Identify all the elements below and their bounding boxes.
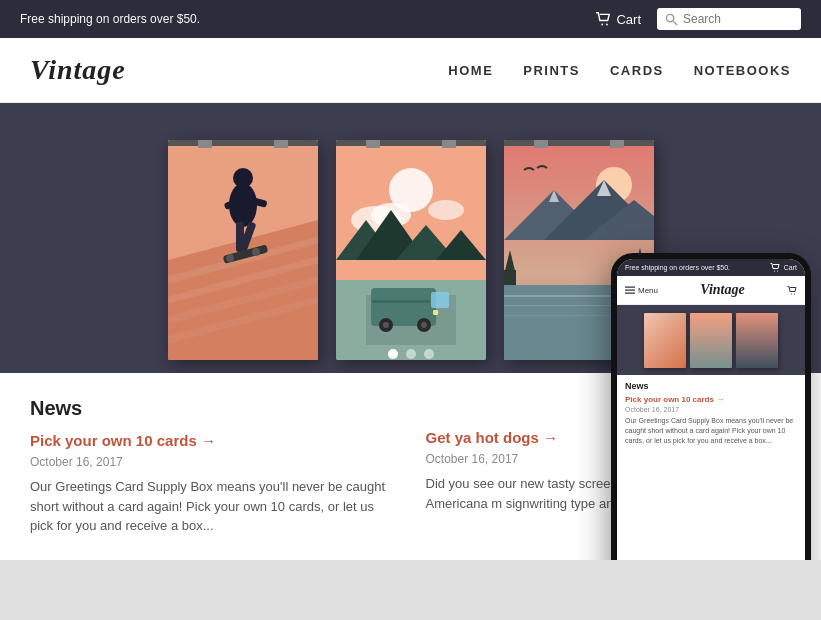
mobile-device: Free shipping on orders over $50. Cart: [611, 253, 811, 560]
svg-point-1: [606, 24, 608, 26]
svg-rect-31: [431, 292, 449, 308]
mobile-cart-icon: [770, 263, 780, 272]
poster-2-art: [336, 140, 486, 360]
mobile-cart-area: Cart: [770, 263, 797, 272]
mobile-news-link[interactable]: Pick your own 10 cards →: [625, 395, 797, 404]
mobile-nav-cart-icon: [787, 286, 797, 295]
svg-rect-37: [433, 310, 438, 315]
clip-left-2: [366, 140, 380, 148]
search-icon: [665, 13, 678, 26]
mobile-news-date: October 16, 2017: [625, 406, 797, 413]
clip-left-1: [198, 140, 212, 148]
svg-point-18: [252, 248, 260, 256]
content-area: News Pick your own 10 cards → October 16…: [0, 373, 821, 560]
news-section-1: News Pick your own 10 cards → October 16…: [30, 397, 396, 536]
site-logo[interactable]: Vintage: [30, 54, 126, 86]
mobile-cart-label: Cart: [784, 264, 797, 271]
cart-icon: [595, 12, 611, 26]
svg-rect-32: [372, 300, 430, 303]
svg-point-54: [777, 270, 778, 271]
poster-1-art: [168, 140, 318, 360]
svg-point-58: [791, 293, 792, 294]
announcement-text: Free shipping on orders over $50.: [20, 12, 200, 26]
cart-label: Cart: [616, 12, 641, 27]
dot-3[interactable]: [424, 349, 434, 359]
nav-cards[interactable]: CARDS: [610, 63, 664, 78]
mobile-poster-3: [736, 313, 778, 368]
svg-point-53: [774, 270, 775, 271]
svg-point-59: [794, 293, 795, 294]
mobile-poster-2: [690, 313, 732, 368]
mobile-topbar: Free shipping on orders over $50. Cart: [617, 259, 805, 276]
svg-point-17: [226, 254, 234, 262]
mobile-nav: Menu Vintage: [617, 276, 805, 305]
main-header: Vintage HOME PRINTS CARDS NOTEBOOKS: [0, 38, 821, 103]
dot-indicators: [388, 349, 434, 359]
mobile-hero: [617, 305, 805, 375]
news-link-1[interactable]: Pick your own 10 cards →: [30, 432, 396, 449]
search-box[interactable]: [657, 8, 801, 30]
poster-1: [168, 140, 318, 360]
mobile-content: News Pick your own 10 cards → October 16…: [617, 375, 805, 560]
nav-notebooks[interactable]: NOTEBOOKS: [694, 63, 791, 78]
hero-images: [168, 116, 654, 360]
svg-point-36: [421, 322, 427, 328]
dot-1[interactable]: [388, 349, 398, 359]
mobile-poster-1: [644, 313, 686, 368]
news-text-1: Our Greetings Card Supply Box means you'…: [30, 477, 396, 536]
clip-right-2: [442, 140, 456, 148]
main-nav: HOME PRINTS CARDS NOTEBOOKS: [448, 63, 791, 78]
mobile-menu-label: Menu: [638, 286, 658, 295]
cart-link[interactable]: Cart: [595, 12, 641, 27]
svg-point-2: [666, 14, 673, 21]
nav-home[interactable]: HOME: [448, 63, 493, 78]
dot-2[interactable]: [406, 349, 416, 359]
page-wrapper: News Pick your own 10 cards → October 16…: [0, 103, 821, 560]
svg-point-34: [383, 322, 389, 328]
mobile-news-text: Our Greetings Card Supply Box means you'…: [625, 416, 797, 445]
mobile-news-heading: News: [625, 381, 797, 391]
poster-2: [336, 140, 486, 360]
search-input[interactable]: [683, 12, 793, 26]
announcement-bar: Free shipping on orders over $50. Cart: [0, 0, 821, 38]
mobile-menu-btn[interactable]: Menu: [625, 286, 658, 295]
svg-point-11: [233, 168, 253, 188]
mobile-logo: Vintage: [700, 282, 744, 298]
hamburger-icon: [625, 286, 635, 294]
svg-point-23: [428, 200, 464, 220]
mobile-screen: Free shipping on orders over $50. Cart: [617, 259, 805, 560]
announcement-right: Cart: [595, 8, 801, 30]
news-heading: News: [30, 397, 396, 420]
clip-right-3: [610, 140, 624, 148]
clip-left-3: [534, 140, 548, 148]
mobile-topbar-text: Free shipping on orders over $50.: [625, 264, 730, 271]
nav-prints[interactable]: PRINTS: [523, 63, 580, 78]
news-date-1: October 16, 2017: [30, 455, 396, 469]
clip-right-1: [274, 140, 288, 148]
svg-point-0: [602, 24, 604, 26]
svg-line-3: [673, 21, 677, 25]
